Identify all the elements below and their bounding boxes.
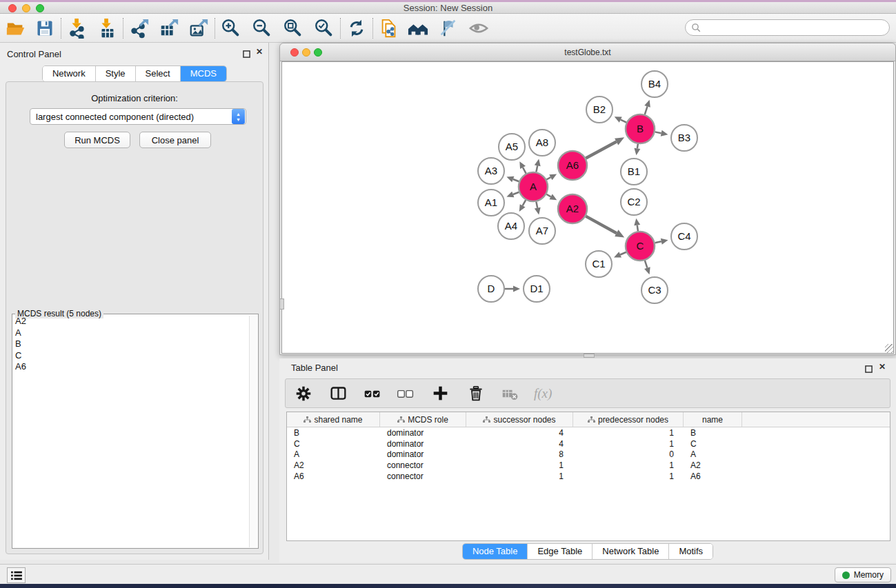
result-item[interactable]: A6 xyxy=(13,361,250,373)
minimize-window-button[interactable] xyxy=(22,4,30,12)
float-panel-icon[interactable] xyxy=(865,363,873,376)
table-cell[interactable]: dominator xyxy=(380,428,466,438)
zoom-selected-icon[interactable] xyxy=(312,17,336,39)
graph-edge-A2-C[interactable] xyxy=(586,216,617,234)
tab-select[interactable]: Select xyxy=(136,66,181,81)
import-network-icon[interactable] xyxy=(66,17,89,39)
graph-edge-A-A2[interactable] xyxy=(546,194,550,197)
table-cell[interactable]: 4 xyxy=(466,428,573,438)
table-row[interactable]: A2connector11A2 xyxy=(287,460,890,471)
bottom-splitter-handle[interactable] xyxy=(584,354,595,358)
tab-motifs[interactable]: Motifs xyxy=(669,544,713,559)
select-all-icon[interactable] xyxy=(363,384,382,403)
column-header-successor-nodes[interactable]: successor nodes xyxy=(466,412,573,427)
network-graph[interactable]: B4B2BB3A8A5A6B1A3AC2A1A2A4A7C4CC1DD1C3 xyxy=(282,62,893,353)
graph-edge-A-A3[interactable] xyxy=(513,179,519,181)
table-cell[interactable]: 1 xyxy=(466,472,573,481)
table-cell[interactable]: dominator xyxy=(380,439,466,449)
copy-network-icon[interactable] xyxy=(377,17,401,39)
tab-style[interactable]: Style xyxy=(96,66,136,81)
graph-edge-C-C4[interactable] xyxy=(655,241,661,243)
table-row[interactable]: Adominator80A xyxy=(287,449,890,460)
table-cell[interactable]: 1 xyxy=(573,428,684,438)
graph-edge-A-A6[interactable] xyxy=(546,177,550,179)
table-cell[interactable]: C xyxy=(287,439,380,449)
node-table[interactable]: shared nameMCDS rolesuccessor nodesprede… xyxy=(286,412,890,541)
graph-edge-A-A8[interactable] xyxy=(536,165,537,172)
resize-grip-icon[interactable] xyxy=(885,344,894,353)
table-row[interactable]: Cdominator41C xyxy=(287,438,890,449)
close-window-button[interactable] xyxy=(290,48,299,57)
table-cell[interactable]: 1 xyxy=(573,439,684,449)
column-header-shared-name[interactable]: shared name xyxy=(287,412,380,427)
result-item[interactable]: C xyxy=(13,350,250,362)
table-cell[interactable]: 1 xyxy=(466,460,573,470)
graph-edge-C-C2[interactable] xyxy=(637,225,638,232)
network-canvas[interactable]: B4B2BB3A8A5A6B1A3AC2A1A2A4A7C4CC1DD1C3 xyxy=(281,61,894,354)
tab-mcds[interactable]: MCDS xyxy=(181,66,226,81)
table-cell[interactable]: C xyxy=(684,439,742,449)
export-table-icon[interactable] xyxy=(157,17,181,39)
table-cell[interactable]: connector xyxy=(380,472,466,481)
close-panel-icon[interactable]: ✕ xyxy=(256,47,263,57)
table-cell[interactable]: A xyxy=(287,449,380,459)
graph-edge-A6-B[interactable] xyxy=(586,142,616,159)
minimize-window-button[interactable] xyxy=(302,48,310,57)
table-row[interactable]: Bdominator41B xyxy=(287,427,890,438)
table-cell[interactable]: A6 xyxy=(287,472,380,481)
table-cell[interactable]: 8 xyxy=(466,449,573,459)
open-session-icon[interactable] xyxy=(4,17,28,39)
export-network-icon[interactable] xyxy=(128,17,151,39)
search-input[interactable] xyxy=(701,21,889,34)
graph-edge-B-B1[interactable] xyxy=(637,144,638,149)
delete-icon[interactable] xyxy=(466,384,486,403)
graph-edge-A-A1[interactable] xyxy=(513,192,519,194)
table-cell[interactable]: 1 xyxy=(573,472,684,481)
tab-node-table[interactable]: Node Table xyxy=(463,544,528,559)
graph-edge-A-A4[interactable] xyxy=(523,200,526,205)
task-history-button[interactable] xyxy=(7,567,26,583)
search-box[interactable] xyxy=(685,19,890,36)
result-item[interactable]: A xyxy=(13,327,250,339)
graphics-details-icon[interactable] xyxy=(437,17,460,39)
table-cell[interactable]: A2 xyxy=(684,460,742,470)
graph-edge-B-B3[interactable] xyxy=(655,132,661,133)
result-scrollbar[interactable] xyxy=(249,316,257,547)
left-splitter-handle[interactable] xyxy=(279,298,284,310)
mcds-result-list[interactable]: A2ABCA6 xyxy=(13,316,250,547)
first-neighbors-icon[interactable] xyxy=(406,17,430,39)
table-cell[interactable]: A xyxy=(684,449,742,459)
table-cell[interactable]: 0 xyxy=(573,449,684,459)
table-row[interactable]: A6connector11A6 xyxy=(287,471,890,482)
zoom-window-button[interactable] xyxy=(314,48,322,57)
deselect-all-icon[interactable] xyxy=(396,384,415,403)
table-cell[interactable]: B xyxy=(287,428,380,438)
tab-network-table[interactable]: Network Table xyxy=(593,544,669,559)
close-panel-button[interactable]: Close panel xyxy=(139,132,211,148)
criterion-dropdown[interactable]: largest connected component (directed) ▲… xyxy=(30,108,246,125)
tab-network[interactable]: Network xyxy=(43,66,96,81)
close-window-button[interactable] xyxy=(8,4,17,12)
import-table-icon[interactable] xyxy=(95,17,119,39)
column-header-predecessor-nodes[interactable]: predecessor nodes xyxy=(573,412,684,427)
column-header-MCDS-role[interactable]: MCDS role xyxy=(380,412,466,427)
table-cell[interactable]: 1 xyxy=(573,460,684,470)
result-item[interactable]: B xyxy=(13,338,250,350)
column-view-icon[interactable] xyxy=(328,384,348,403)
column-header-name[interactable]: name xyxy=(684,412,742,427)
graph-edge-B-B4[interactable] xyxy=(645,106,648,114)
zoom-in-icon[interactable] xyxy=(219,17,243,39)
float-panel-icon[interactable] xyxy=(243,48,250,61)
tab-edge-table[interactable]: Edge Table xyxy=(528,544,593,559)
table-cell[interactable]: 4 xyxy=(466,439,573,449)
refresh-icon[interactable] xyxy=(345,17,368,39)
memory-button[interactable]: Memory xyxy=(835,567,891,582)
graph-edge-A-A7[interactable] xyxy=(536,202,537,208)
table-cell[interactable]: connector xyxy=(380,460,466,470)
graph-edge-C-C3[interactable] xyxy=(645,261,648,268)
result-item[interactable]: A2 xyxy=(13,316,250,327)
zoom-out-icon[interactable] xyxy=(250,17,274,39)
save-session-icon[interactable] xyxy=(33,17,57,39)
graph-edge-B-B2[interactable] xyxy=(621,120,626,123)
network-window-titlebar[interactable]: testGlobe.txt xyxy=(280,43,895,61)
